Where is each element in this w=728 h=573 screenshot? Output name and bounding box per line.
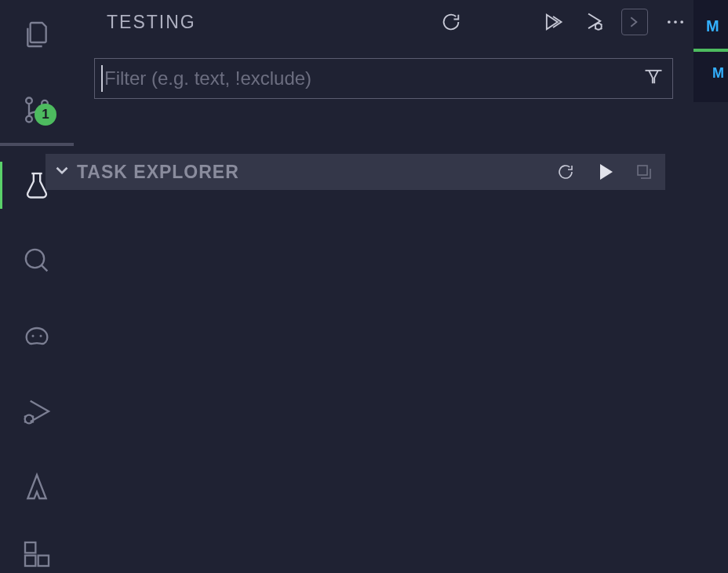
chevron-down-icon: [52, 160, 72, 184]
nav-run-debug[interactable]: [0, 392, 74, 430]
svg-point-13: [680, 20, 683, 24]
play-icon: [600, 164, 613, 180]
panel-header: TESTING: [74, 0, 693, 44]
run-task-button[interactable]: [592, 159, 618, 185]
svg-rect-9: [38, 556, 49, 566]
section-actions: [552, 159, 657, 185]
svg-point-11: [668, 20, 671, 24]
terminal-chevron-icon: [624, 11, 646, 33]
testing-panel: TESTING: [74, 0, 693, 573]
nav-azure[interactable]: [0, 468, 74, 505]
double-play-icon: [542, 11, 564, 33]
svg-rect-8: [25, 556, 35, 566]
activity-bar: 1: [0, 0, 74, 573]
more-actions-button[interactable]: [662, 9, 689, 35]
refresh-tasks-button[interactable]: [552, 159, 579, 185]
svg-point-12: [674, 20, 677, 24]
azure-icon: [21, 471, 53, 502]
svg-rect-14: [638, 166, 647, 175]
svg-point-5: [40, 335, 42, 338]
nav-extensions[interactable]: [0, 535, 74, 573]
scm-badge: 1: [35, 104, 56, 126]
nav-search[interactable]: [0, 242, 74, 279]
refresh-tests-button[interactable]: [438, 9, 464, 35]
search-icon: [21, 245, 53, 276]
panel-actions: [438, 9, 689, 35]
refresh-icon: [556, 162, 575, 181]
nav-copilot[interactable]: [0, 317, 74, 355]
face-icon: [21, 320, 53, 352]
ellipsis-icon: [664, 11, 686, 33]
collapse-all-button[interactable]: [631, 159, 657, 185]
nav-underline: [0, 143, 74, 146]
panel-title: TESTING: [107, 12, 438, 33]
svg-point-0: [26, 98, 32, 104]
funnel-icon: [642, 66, 664, 88]
nav-source-control[interactable]: 1: [0, 91, 74, 129]
nav-explorer[interactable]: [0, 16, 74, 53]
editor-tabs-edge: M M: [693, 0, 728, 102]
play-bug-icon: [21, 396, 53, 427]
collapse-icon: [635, 162, 653, 181]
section-title: TASK EXPLORER: [77, 162, 548, 183]
filter-input[interactable]: [104, 68, 642, 89]
filter-box[interactable]: [94, 58, 673, 99]
tab-label-fragment[interactable]: M: [706, 14, 728, 38]
task-explorer-section: TASK EXPLORER: [46, 154, 665, 190]
debug-play-icon: [583, 11, 605, 33]
tab-label-fragment[interactable]: M: [712, 63, 728, 83]
active-tab-underline: [693, 49, 728, 52]
run-all-tests-button[interactable]: [540, 9, 566, 35]
svg-point-4: [32, 335, 35, 338]
debug-tests-button[interactable]: [581, 9, 607, 35]
section-header[interactable]: TASK EXPLORER: [46, 154, 665, 190]
filter-toggle-button[interactable]: [642, 66, 664, 91]
files-icon: [21, 19, 53, 50]
filter-row: [74, 44, 693, 99]
text-cursor: [101, 65, 103, 92]
svg-point-1: [26, 116, 32, 122]
svg-rect-7: [25, 542, 35, 553]
refresh-icon: [440, 11, 462, 33]
extensions-icon: [21, 538, 53, 570]
show-output-button[interactable]: [621, 9, 648, 35]
